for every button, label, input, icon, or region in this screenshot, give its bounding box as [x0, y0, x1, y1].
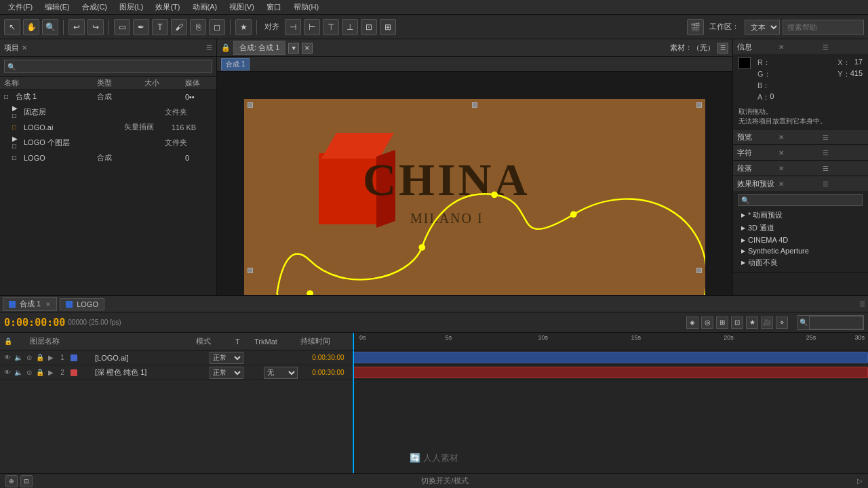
effect-item-more[interactable]: ▶ 动面不良: [738, 256, 863, 269]
comp-close-btn[interactable]: ✕: [302, 43, 313, 54]
tool-redo[interactable]: ↪: [87, 19, 104, 35]
align-right[interactable]: ⊤: [323, 19, 339, 35]
layer-1-mode[interactable]: 正常: [210, 352, 243, 364]
tool-rect[interactable]: ▭: [114, 19, 130, 35]
tc-camera-btn[interactable]: 🎥: [761, 317, 773, 329]
preview-close[interactable]: ✕: [778, 134, 820, 141]
tree-item-logo[interactable]: □ LOGO 合成 0: [0, 151, 216, 164]
timeline-tab-comp1[interactable]: 合成 1 ✕: [3, 297, 57, 311]
layer-1-expand[interactable]: ▶: [46, 353, 56, 363]
char-title: 字符: [737, 148, 778, 158]
menu-window[interactable]: 窗口: [261, 1, 287, 14]
menu-file[interactable]: 文件(F): [3, 1, 38, 14]
layer-1-lock[interactable]: 🔒: [35, 353, 45, 363]
char-header[interactable]: 字符 ✕ ☰: [733, 145, 868, 160]
menu-view[interactable]: 视图(V): [224, 1, 260, 14]
effects-search-input[interactable]: [751, 195, 862, 205]
layer-1-vis[interactable]: 👁: [3, 353, 12, 363]
comp-tab-1[interactable]: 合成: 合成 1: [233, 41, 285, 55]
comp-menu-btn[interactable]: ▼: [288, 43, 299, 54]
playhead[interactable]: [353, 333, 354, 350]
layer-2-audio[interactable]: 🔈: [14, 368, 23, 378]
effects-header[interactable]: 效果和预设 ✕ ☰: [733, 176, 868, 191]
tool-eraser[interactable]: ◻: [209, 19, 225, 35]
status-btn-1[interactable]: ⊕: [5, 475, 18, 487]
preview-menu[interactable]: ☰: [823, 134, 864, 141]
tc-motion-btn[interactable]: ◎: [701, 317, 713, 329]
track-bar-1[interactable]: [353, 352, 868, 363]
layer-2-solo[interactable]: ⊙: [24, 368, 34, 378]
tree-item-comp1[interactable]: □ 合成 1 合成 0▪▪: [0, 90, 216, 103]
tool-zoom[interactable]: 🔍: [42, 19, 58, 35]
tc-markers-btn[interactable]: ◈: [686, 317, 698, 329]
comp-subtab[interactable]: 合成 1: [221, 58, 250, 70]
tree-item-solidlayer[interactable]: ▶ □ 固态层 文件夹: [0, 103, 216, 121]
material-menu[interactable]: ☰: [717, 43, 728, 54]
timeline-tab-logo[interactable]: LOGO: [60, 298, 104, 310]
tc-effects-btn[interactable]: ★: [746, 317, 758, 329]
layer-1-audio[interactable]: 🔈: [14, 353, 23, 363]
status-btn-2[interactable]: ⊡: [20, 475, 33, 487]
menu-effect[interactable]: 效果(T): [150, 1, 185, 14]
align-top[interactable]: ⊥: [342, 19, 358, 35]
preview-header[interactable]: 预览 ✕ ☰: [733, 129, 868, 144]
effect-item-animation[interactable]: ▶ * 动画预设: [738, 209, 863, 222]
track-playhead[interactable]: [353, 350, 354, 473]
corner-handle-tl[interactable]: [248, 102, 253, 108]
char-menu[interactable]: ☰: [823, 149, 864, 157]
tool-hand[interactable]: ✋: [23, 19, 39, 35]
tool-puppet[interactable]: ★: [235, 19, 252, 35]
corner-handle-ml[interactable]: [248, 268, 253, 273]
tool-pen[interactable]: ✒: [133, 19, 149, 35]
workspace-select[interactable]: 文本: [745, 20, 780, 35]
help-search[interactable]: [783, 20, 864, 35]
menu-layer[interactable]: 图层(L): [114, 1, 149, 14]
tc-3d-btn[interactable]: ⊞: [716, 317, 728, 329]
corner-handle-mr[interactable]: [696, 268, 702, 273]
tool-select[interactable]: ↖: [4, 19, 20, 35]
corner-handle-tm[interactable]: [472, 102, 477, 108]
align-center[interactable]: ⊢: [304, 19, 320, 35]
para-header[interactable]: 段落 ✕ ☰: [733, 161, 868, 176]
menu-help[interactable]: 帮助(H): [288, 1, 324, 14]
tree-item-logo-layers[interactable]: ▶ □ LOGO 个图层 文件夹: [0, 134, 216, 151]
info-section-header[interactable]: 信息 ✕ ☰: [733, 39, 868, 54]
layer-1-solo[interactable]: ⊙: [24, 353, 34, 363]
effects-close[interactable]: ✕: [778, 180, 820, 188]
layer-2-mode[interactable]: 正常: [210, 367, 243, 379]
menu-animate[interactable]: 动画(A): [187, 1, 223, 14]
effect-item-3dchannel[interactable]: ▶ 3D 通道: [738, 222, 863, 235]
b-label: B：: [757, 81, 770, 91]
info-close[interactable]: ✕: [778, 43, 820, 51]
layer-2-lock[interactable]: 🔒: [35, 368, 45, 378]
tc-blending-btn[interactable]: ⊡: [731, 317, 743, 329]
align-middle[interactable]: ⊡: [361, 19, 377, 35]
layer-2-vis[interactable]: 👁: [3, 368, 12, 378]
menu-compose[interactable]: 合成(C): [77, 1, 113, 14]
layer-2-expand[interactable]: ▶: [46, 368, 56, 378]
effect-item-synthetic[interactable]: ▶ Synthetic Aperture: [738, 245, 863, 256]
effects-menu[interactable]: ☰: [823, 180, 864, 188]
tool-brush[interactable]: 🖌: [171, 19, 187, 35]
tool-undo[interactable]: ↩: [68, 19, 85, 35]
track-bar-2[interactable]: [353, 367, 868, 378]
align-bottom[interactable]: ⊞: [380, 19, 396, 35]
timeline-menu[interactable]: ☰: [859, 300, 865, 308]
menu-edit[interactable]: 编辑(E): [39, 1, 75, 14]
tool-text[interactable]: T: [152, 19, 168, 35]
para-menu[interactable]: ☰: [823, 165, 864, 172]
tc-keyframe-btn[interactable]: ⋄: [776, 317, 788, 329]
tree-item-logoai[interactable]: □ LOGO.ai 矢量插画 116 KB: [0, 121, 216, 134]
project-search-input[interactable]: [16, 61, 209, 72]
effect-item-cinema4d[interactable]: ▶ CINEMA 4D: [738, 235, 863, 245]
char-close[interactable]: ✕: [778, 149, 820, 157]
info-menu[interactable]: ☰: [823, 43, 864, 51]
align-left[interactable]: ⊣: [285, 19, 301, 35]
para-close[interactable]: ✕: [778, 165, 820, 172]
tool-clone[interactable]: ⎘: [190, 19, 206, 35]
timeline-search-input[interactable]: [809, 316, 863, 329]
render-btn[interactable]: 🎬: [687, 19, 704, 35]
layer-2-trkmat[interactable]: 无: [264, 367, 304, 379]
corner-handle-tr[interactable]: [696, 102, 702, 108]
tab-close-1[interactable]: ✕: [45, 301, 51, 308]
